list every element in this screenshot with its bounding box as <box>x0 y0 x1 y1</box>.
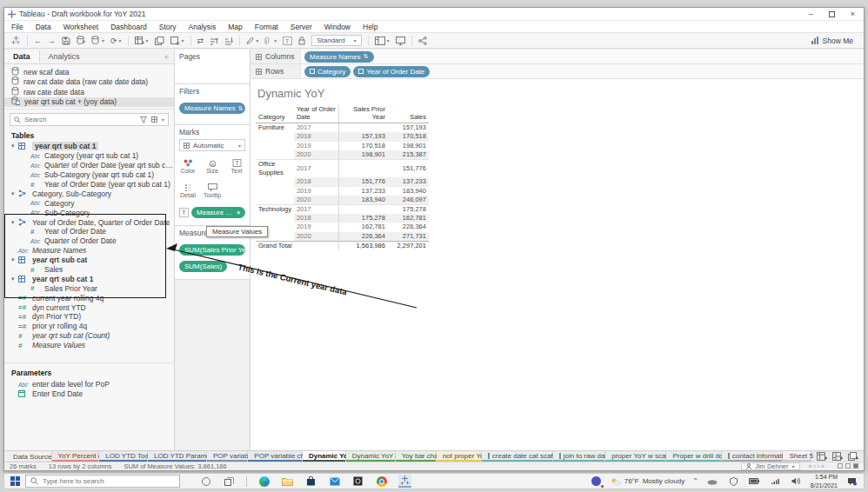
field-year-qrt-sub-cat-1[interactable]: ▾year qrt sub cat 1 <box>4 142 174 151</box>
highlight-button[interactable]: ▾ <box>246 37 258 45</box>
share-button[interactable] <box>418 37 427 45</box>
sheet-tab-join-to-raw-data[interactable]: join to raw data <box>553 451 605 462</box>
table-row[interactable]: 2019137,233183,940 <box>256 187 429 196</box>
new-dashboard-icon[interactable] <box>832 452 843 461</box>
table-row[interactable]: 2020226,364271,731 <box>256 232 429 242</box>
story-nav-buttons[interactable]: «‹›» <box>809 463 826 469</box>
menu-item-worksheet[interactable]: Worksheet <box>63 23 98 31</box>
user-menu[interactable]: Jim Dehner ▾ <box>741 462 799 470</box>
sheet-tab-contact-information[interactable]: contact information <box>722 451 784 462</box>
tray-chevron-icon[interactable]: ⌃ <box>692 477 698 485</box>
volume-icon[interactable] <box>790 475 803 488</box>
photos-icon[interactable] <box>351 475 364 488</box>
field-prior-yr-rolling-4q[interactable]: =#prior yr rolling 4q <box>4 322 174 331</box>
sheet-tab-lod-ytd-today[interactable]: LOD YTD Today <box>99 451 148 462</box>
presentation-mode-button[interactable] <box>396 37 405 45</box>
filters-card[interactable]: Filters Measure Names⇅ <box>175 84 250 125</box>
sheet-tab-proper-w-drill-down[interactable]: Proper w drill down <box>666 451 721 462</box>
new-worksheet-button[interactable]: ▾ <box>135 37 149 45</box>
column-header[interactable]: Sales <box>388 105 429 123</box>
menu-item-server[interactable]: Server <box>290 23 312 31</box>
field-sub-category-year-qrt-sub-cat-1[interactable]: AbcSub-Category (year qrt sub cat 1) <box>4 170 174 180</box>
field-sub-category[interactable]: AbcSub-Category <box>4 208 174 217</box>
tableau-logo-button[interactable] <box>11 36 21 45</box>
table-row[interactable]: 2019170,518198,901 <box>256 142 429 150</box>
column-header[interactable]: Sales Prior Year <box>339 105 388 123</box>
parameter-enter-date-level-for-pop[interactable]: Abcenter date level for PoP <box>4 380 174 389</box>
view-mode-buttons[interactable] <box>835 462 858 470</box>
security-icon[interactable] <box>727 475 740 488</box>
task-view-icon[interactable] <box>223 475 236 488</box>
tooltip-button[interactable]: Tooltip <box>202 180 224 202</box>
menu-item-analysis[interactable]: Analysis <box>189 23 217 31</box>
parameter-enter-end-date[interactable]: Enter End Date <box>4 389 174 398</box>
datasource-year-qrt-sub-cat-yoy-data[interactable]: year qrt sub cat + (yoy data) <box>4 97 174 108</box>
table-row[interactable]: 2018157,193170,518 <box>256 132 429 141</box>
marks-card[interactable]: Marks Automatic ▾ Color Size <box>175 125 250 226</box>
rows-shelf[interactable]: Rows CategoryYear of Order Date <box>250 64 864 79</box>
search-input[interactable] <box>24 116 137 123</box>
field-year-of-order-date-quarter-of-order-date[interactable]: ▾Year of Order Date, Quarter of Order Da… <box>4 217 174 227</box>
mv-pill-sum-sales[interactable]: SUM(Sales) <box>179 261 227 272</box>
network-icon[interactable] <box>769 475 782 488</box>
teams-icon[interactable] <box>590 475 603 488</box>
grand-total-row[interactable]: Grand Total1,563,9862,297,201 <box>256 241 429 250</box>
cortana-icon[interactable] <box>199 475 212 488</box>
table-row[interactable]: 2020198,901215,387 <box>256 150 429 160</box>
sheet-tab-pop-variable-chart[interactable]: POP variable chart <box>248 451 303 462</box>
field-current-year-rolling-4q[interactable]: =#current year rolling 4q <box>4 293 174 303</box>
save-button[interactable] <box>62 37 70 45</box>
mv-pill-sum-sales-prior-yea[interactable]: SUM(Sales Prior Yea.. <box>179 244 245 256</box>
field-sales-prior-year[interactable]: #Sales Prior Year <box>4 283 174 293</box>
sheet-tab-dynamic-yoy-3[interactable]: Dynamic YoY (3) <box>346 451 396 462</box>
table-row[interactable]: Furniture2017157,193 <box>256 123 429 133</box>
pause-updates-button[interactable]: ▾ <box>91 36 104 45</box>
weather-widget[interactable]: 76°F Mostly cloudy <box>611 477 684 486</box>
field-search[interactable]: ▾ <box>10 113 169 126</box>
field-quarter-of-order-date[interactable]: AbcQuarter of Order Date <box>4 236 174 246</box>
new-datasource-button[interactable] <box>77 36 85 45</box>
restore-button[interactable] <box>829 11 835 17</box>
datasource-raw-cate-date-data[interactable]: raw cate date data <box>4 87 174 97</box>
table-row[interactable]: Technology2017175,278 <box>256 205 429 215</box>
sheet-tab-not-proper-yoy[interactable]: not proper YoY <box>437 451 482 462</box>
column-header[interactable]: Category <box>256 105 294 123</box>
mark-type-dropdown[interactable]: Automatic ▾ <box>179 139 245 151</box>
sheet-tab-proper-yoy-w-scaffold[interactable]: proper YoY w scaffold <box>605 451 666 462</box>
fix-axes-button[interactable] <box>298 37 305 45</box>
sheet-tab-pop-variable[interactable]: POP variable <box>207 451 248 462</box>
menu-item-window[interactable]: Window <box>324 23 351 31</box>
filter-pill-measure-names[interactable]: Measure Names⇅ <box>179 103 245 114</box>
show-mark-labels-button[interactable]: T <box>283 37 292 45</box>
edge-icon[interactable] <box>257 475 270 488</box>
tab-data[interactable]: Data <box>4 50 40 63</box>
tableau-taskbar-icon[interactable] <box>398 475 411 488</box>
datasource-raw-cat-date-data-raw-cate-date-data[interactable]: raw cat date data (raw cate date data) <box>4 77 174 88</box>
store-icon[interactable] <box>304 475 317 488</box>
table-row[interactable]: 2018151,776137,233 <box>256 177 429 186</box>
menu-item-map[interactable]: Map <box>228 23 243 31</box>
field-year-of-order-date[interactable]: #Year of Order Date <box>4 227 174 236</box>
action-center-icon[interactable] <box>845 475 858 488</box>
taskbar-clock[interactable]: 1:54 PM 8/21/2021 <box>811 473 838 489</box>
columns-shelf[interactable]: Columns Measure Names⇅ <box>250 50 864 64</box>
rows-pill-year-of-order-date[interactable]: Year of Order Date <box>353 66 430 77</box>
table-row[interactable]: 2018175,278162,781 <box>256 214 429 223</box>
taskbar-search-input[interactable] <box>43 477 175 485</box>
menu-item-file[interactable]: File <box>11 23 23 31</box>
field-year-qrt-sub-cat-1[interactable]: ▾year qrt sub cat 1 <box>4 274 174 283</box>
sort-ascending-button[interactable] <box>210 37 218 45</box>
menu-item-story[interactable]: Story <box>159 23 177 31</box>
crosstab[interactable]: CategoryYear of Order DateSales Prior Ye… <box>256 105 864 250</box>
columns-pill-measure-names[interactable]: Measure Names⇅ <box>304 51 374 63</box>
field-dyn-prior-ytd[interactable]: =#dyn Prior YTD) <box>4 312 174 322</box>
new-story-icon[interactable] <box>848 452 858 461</box>
clear-sheet-button[interactable]: ▾ <box>170 37 184 45</box>
battery-icon[interactable] <box>748 475 761 488</box>
tab-analytics[interactable]: Analytics <box>40 50 89 63</box>
field-category-year-qrt-sub-cat-1[interactable]: AbcCategory (year qrt sub cat 1) <box>4 151 174 161</box>
undo-button[interactable]: ← <box>34 37 42 45</box>
onedrive-icon[interactable] <box>706 475 719 488</box>
menu-item-help[interactable]: Help <box>363 23 377 31</box>
close-button[interactable]: × <box>851 10 855 18</box>
